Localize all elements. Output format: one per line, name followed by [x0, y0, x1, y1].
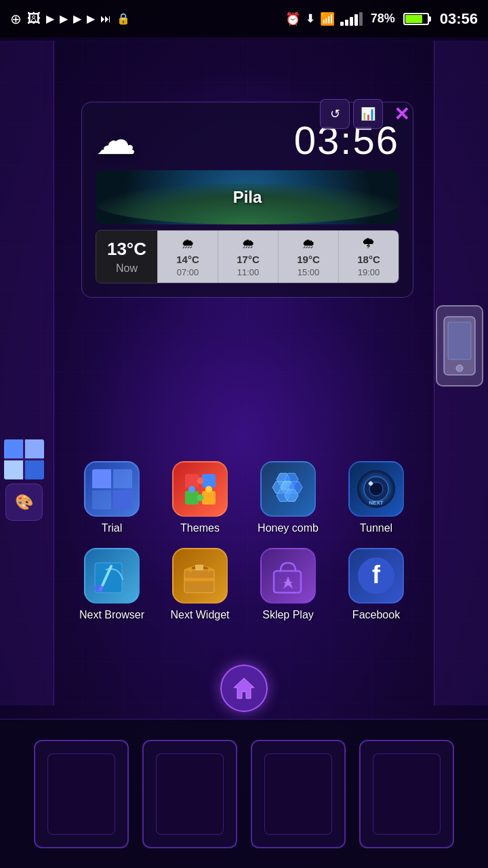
- forecast-temp-3: 19°C: [297, 254, 320, 265]
- app-sklep[interactable]: Sklep Play: [251, 548, 325, 621]
- status-left: ⊕ 🖼 ▶ ▶ ▶ ▶ ⏭ 🔒: [10, 11, 130, 27]
- svg-rect-1: [448, 322, 471, 359]
- app-facebook[interactable]: f Facebook: [339, 548, 413, 621]
- home-area: [220, 665, 268, 712]
- honeycomb-icon: [260, 461, 316, 517]
- svg-point-27: [94, 585, 104, 592]
- side-icon-2[interactable]: 🎨: [5, 484, 43, 521]
- widget-label: Next Widget: [170, 609, 229, 621]
- status-bar: ⊕ 🖼 ▶ ▶ ▶ ▶ ⏭ 🔒 ⏰ ⬇ 📶 78% 03:56: [0, 0, 488, 37]
- play-icon-2: ▶: [60, 12, 68, 25]
- forecast-icon-1: 🌧: [181, 236, 195, 252]
- honeycomb-label: Honey comb: [258, 522, 319, 534]
- svg-rect-3: [185, 474, 199, 488]
- svg-rect-5: [185, 491, 199, 505]
- chart-button[interactable]: 📊: [353, 99, 383, 129]
- forecast-icon-4: 🌩: [362, 236, 375, 252]
- forecast-icon-3: 🌧: [302, 236, 315, 252]
- svg-rect-4: [202, 474, 216, 488]
- browser-icon: [84, 548, 140, 604]
- themes-label: Themes: [180, 522, 220, 534]
- weather-forecast: 13°C Now 🌧 14°C 07:00 🌧 17°C 11:00 🌧 19°…: [96, 230, 399, 283]
- app-row-2: Next Browser Next Widget: [68, 548, 420, 621]
- app-trial[interactable]: Trial: [75, 461, 149, 534]
- svg-marker-38: [234, 678, 254, 698]
- app-browser[interactable]: Next Browser: [75, 548, 149, 621]
- city-name: Pila: [233, 188, 262, 207]
- image-icon: 🖼: [27, 11, 41, 26]
- status-time: 03:56: [440, 10, 478, 28]
- svg-text:f: f: [372, 561, 381, 589]
- forecast-icon-2: 🌧: [241, 236, 255, 252]
- play-icon-1: ▶: [46, 12, 54, 25]
- browser-label: Next Browser: [79, 609, 144, 621]
- forecast-col-1: 🌧 14°C 07:00: [157, 231, 218, 283]
- forecast-temp-4: 18°C: [357, 254, 380, 265]
- nav-slot-inner-4: [373, 753, 441, 835]
- forecast-col-4: 🌩 18°C 19:00: [338, 231, 399, 283]
- svg-point-8: [197, 494, 203, 501]
- svg-rect-32: [195, 565, 203, 570]
- forecast-col-2: 🌧 17°C 11:00: [218, 231, 278, 283]
- forecast-time-4: 19:00: [358, 267, 380, 277]
- play-icon-4: ▶: [87, 12, 95, 25]
- battery-fill: [405, 15, 422, 23]
- app-grid: Trial Themes: [68, 461, 420, 635]
- wifi-icon: 📶: [320, 12, 335, 26]
- battery-indicator: [403, 13, 429, 25]
- alarm-icon: ⏰: [285, 12, 300, 26]
- current-temp: 13°C: [107, 239, 146, 260]
- facebook-icon: f: [348, 548, 404, 604]
- battery-tip: [428, 16, 431, 22]
- svg-marker-17: [285, 490, 298, 501]
- nav-slot-inner-3: [264, 753, 332, 835]
- forecast-time-1: 07:00: [177, 267, 199, 277]
- nav-slot-inner-1: [47, 753, 115, 835]
- nav-slot-1[interactable]: [34, 740, 129, 848]
- forecast-temp-1: 14°C: [176, 254, 199, 265]
- forecast-col-3: 🌧 19°C 15:00: [278, 231, 338, 283]
- themes-icon: [172, 461, 228, 517]
- tunnel-icon: NEXT: [348, 461, 404, 517]
- svg-point-9: [188, 486, 195, 492]
- nav-slot-4[interactable]: [359, 740, 454, 848]
- svg-point-2: [456, 365, 463, 372]
- lock-icon: 🔒: [117, 12, 130, 25]
- app-themes[interactable]: Themes: [163, 461, 237, 534]
- sklep-icon: [260, 548, 316, 604]
- device-mockup: [436, 305, 483, 387]
- current-label: Now: [116, 262, 138, 275]
- nav-slot-2[interactable]: [142, 740, 237, 848]
- widget-controls: ↺ 📊 ✕: [320, 99, 416, 129]
- forecast-time-2: 11:00: [237, 267, 260, 277]
- left-panel: [0, 41, 54, 705]
- home-button[interactable]: [220, 665, 268, 712]
- svg-text:NEXT: NEXT: [369, 500, 383, 506]
- svg-rect-33: [184, 578, 214, 581]
- skip-icon: ⏭: [100, 13, 111, 25]
- widget-icon: [172, 548, 228, 604]
- forecast-now: 13°C Now: [96, 231, 157, 283]
- download-icon: ⬇: [306, 12, 314, 25]
- left-side-icons: 🎨: [5, 441, 43, 526]
- forecast-time-3: 15:00: [298, 267, 320, 277]
- nav-slot-3[interactable]: [251, 740, 346, 848]
- weather-widget: ↺ 📊 ✕ ☁ 03:56 Pila 13°C Now 🌧 14°C 07:00…: [81, 102, 413, 298]
- app-honeycomb[interactable]: Honey comb: [251, 461, 325, 534]
- sklep-label: Sklep Play: [262, 609, 314, 621]
- app-row-1: Trial Themes: [68, 461, 420, 534]
- tunnel-label: Tunnel: [360, 522, 392, 534]
- right-device: [436, 305, 487, 387]
- cloud-icon: ☁: [96, 116, 136, 163]
- refresh-button[interactable]: ↺: [320, 99, 350, 129]
- trial-label: Trial: [102, 522, 123, 534]
- app-tunnel[interactable]: NEXT Tunnel: [339, 461, 413, 534]
- side-icon-1[interactable]: [5, 441, 43, 478]
- svg-point-10: [205, 486, 212, 492]
- play-icon-3: ▶: [73, 12, 81, 25]
- close-button[interactable]: ✕: [386, 99, 416, 129]
- status-right: ⏰ ⬇ 📶 78% 03:56: [285, 10, 478, 28]
- app-widget[interactable]: Next Widget: [163, 548, 237, 621]
- bottom-nav: [0, 719, 488, 868]
- add-icon: ⊕: [10, 11, 22, 27]
